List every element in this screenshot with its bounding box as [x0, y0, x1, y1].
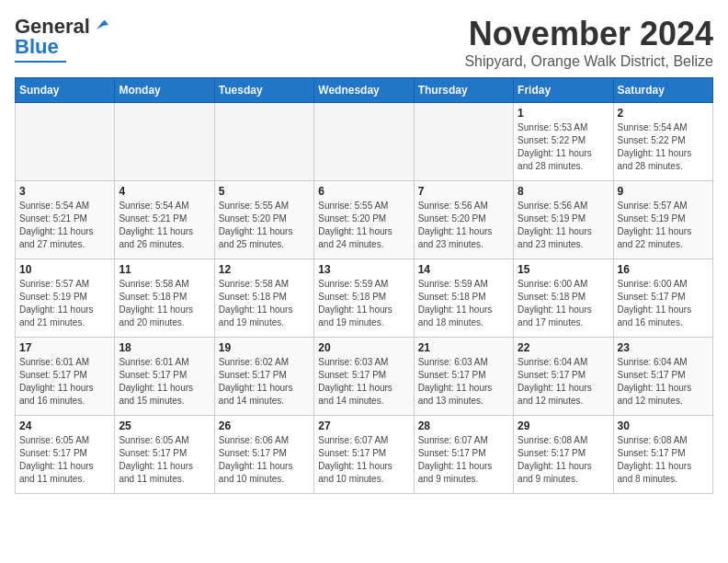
day-header-tuesday: Tuesday: [214, 78, 313, 103]
day-number: 2: [618, 107, 709, 120]
calendar: SundayMondayTuesdayWednesdayThursdayFrid…: [15, 77, 713, 494]
calendar-cell: 1Sunrise: 5:53 AMSunset: 5:22 PMDaylight…: [514, 103, 613, 181]
day-info: Sunrise: 6:03 AMSunset: 5:17 PMDaylight:…: [418, 356, 509, 408]
week-row: 3Sunrise: 5:54 AMSunset: 5:21 PMDaylight…: [16, 181, 713, 259]
logo-blue: Blue: [15, 35, 59, 59]
day-info: Sunrise: 5:56 AMSunset: 5:19 PMDaylight:…: [518, 200, 609, 251]
calendar-cell: 7Sunrise: 5:56 AMSunset: 5:20 PMDaylight…: [414, 181, 513, 259]
calendar-cell: 17Sunrise: 6:01 AMSunset: 5:17 PMDayligh…: [16, 338, 115, 416]
day-number: 16: [618, 263, 709, 276]
calendar-cell: 8Sunrise: 5:56 AMSunset: 5:19 PMDaylight…: [514, 181, 613, 259]
day-info: Sunrise: 6:06 AMSunset: 5:17 PMDaylight:…: [219, 434, 310, 486]
day-number: 18: [119, 341, 210, 354]
day-header-friday: Friday: [514, 78, 613, 103]
day-info: Sunrise: 6:07 AMSunset: 5:17 PMDaylight:…: [318, 434, 409, 486]
logo-underline: [15, 61, 66, 63]
day-info: Sunrise: 5:54 AMSunset: 5:22 PMDaylight:…: [618, 121, 709, 173]
day-info: Sunrise: 6:05 AMSunset: 5:17 PMDaylight:…: [119, 434, 210, 486]
day-number: 23: [618, 341, 709, 354]
calendar-cell: [214, 103, 313, 181]
day-number: 17: [19, 341, 110, 354]
calendar-cell: 22Sunrise: 6:04 AMSunset: 5:17 PMDayligh…: [514, 338, 613, 416]
svg-marker-0: [97, 21, 108, 29]
day-header-sunday: Sunday: [16, 78, 115, 103]
calendar-cell: [16, 103, 115, 181]
calendar-cell: 13Sunrise: 5:59 AMSunset: 5:18 PMDayligh…: [314, 259, 414, 338]
day-info: Sunrise: 6:08 AMSunset: 5:17 PMDaylight:…: [518, 434, 609, 486]
calendar-cell: 15Sunrise: 6:00 AMSunset: 5:18 PMDayligh…: [514, 259, 613, 338]
day-info: Sunrise: 6:08 AMSunset: 5:17 PMDaylight:…: [618, 434, 709, 486]
day-info: Sunrise: 6:01 AMSunset: 5:17 PMDaylight:…: [19, 356, 110, 408]
calendar-cell: 21Sunrise: 6:03 AMSunset: 5:17 PMDayligh…: [414, 338, 513, 416]
calendar-cell: 19Sunrise: 6:02 AMSunset: 5:17 PMDayligh…: [214, 338, 313, 416]
day-header-monday: Monday: [115, 78, 214, 103]
day-number: 19: [219, 341, 310, 354]
week-row: 1Sunrise: 5:53 AMSunset: 5:22 PMDaylight…: [16, 103, 713, 181]
header-row: SundayMondayTuesdayWednesdayThursdayFrid…: [16, 78, 713, 103]
calendar-header: SundayMondayTuesdayWednesdayThursdayFrid…: [16, 78, 713, 103]
day-header-thursday: Thursday: [414, 78, 513, 103]
day-number: 3: [19, 185, 110, 198]
day-info: Sunrise: 5:54 AMSunset: 5:21 PMDaylight:…: [119, 200, 210, 251]
day-number: 12: [219, 263, 310, 276]
calendar-cell: [314, 103, 414, 181]
day-info: Sunrise: 5:55 AMSunset: 5:20 PMDaylight:…: [318, 200, 409, 251]
day-info: Sunrise: 5:56 AMSunset: 5:20 PMDaylight:…: [418, 200, 509, 251]
day-number: 27: [318, 419, 409, 432]
calendar-cell: 10Sunrise: 5:57 AMSunset: 5:19 PMDayligh…: [16, 259, 115, 338]
calendar-cell: 20Sunrise: 6:03 AMSunset: 5:17 PMDayligh…: [314, 338, 414, 416]
day-number: 20: [318, 341, 409, 354]
title-section: November 2024 Shipyard, Orange Walk Dist…: [464, 15, 713, 70]
day-info: Sunrise: 6:03 AMSunset: 5:17 PMDaylight:…: [318, 356, 409, 408]
day-info: Sunrise: 6:00 AMSunset: 5:18 PMDaylight:…: [518, 278, 609, 329]
logo: General Blue: [15, 15, 108, 63]
calendar-cell: 26Sunrise: 6:06 AMSunset: 5:17 PMDayligh…: [214, 416, 313, 494]
day-number: 29: [518, 419, 609, 432]
calendar-cell: 27Sunrise: 6:07 AMSunset: 5:17 PMDayligh…: [314, 416, 414, 494]
calendar-cell: 18Sunrise: 6:01 AMSunset: 5:17 PMDayligh…: [115, 338, 214, 416]
day-number: 25: [119, 419, 210, 432]
day-number: 13: [318, 263, 409, 276]
calendar-cell: 16Sunrise: 6:00 AMSunset: 5:17 PMDayligh…: [613, 259, 712, 338]
calendar-cell: 25Sunrise: 6:05 AMSunset: 5:17 PMDayligh…: [115, 416, 214, 494]
day-info: Sunrise: 5:59 AMSunset: 5:18 PMDaylight:…: [318, 278, 409, 329]
calendar-cell: [414, 103, 513, 181]
day-number: 21: [418, 341, 509, 354]
day-info: Sunrise: 5:53 AMSunset: 5:22 PMDaylight:…: [518, 121, 609, 173]
day-info: Sunrise: 5:55 AMSunset: 5:20 PMDaylight:…: [219, 200, 310, 251]
day-number: 10: [19, 263, 110, 276]
calendar-cell: 24Sunrise: 6:05 AMSunset: 5:17 PMDayligh…: [16, 416, 115, 494]
day-number: 8: [518, 185, 609, 198]
calendar-cell: 14Sunrise: 5:59 AMSunset: 5:18 PMDayligh…: [414, 259, 513, 338]
calendar-cell: [115, 103, 214, 181]
day-number: 14: [418, 263, 509, 276]
day-info: Sunrise: 5:57 AMSunset: 5:19 PMDaylight:…: [618, 200, 709, 251]
day-info: Sunrise: 6:02 AMSunset: 5:17 PMDaylight:…: [219, 356, 310, 408]
day-header-wednesday: Wednesday: [314, 78, 414, 103]
day-info: Sunrise: 6:05 AMSunset: 5:17 PMDaylight:…: [19, 434, 110, 486]
day-number: 30: [618, 419, 709, 432]
day-info: Sunrise: 6:07 AMSunset: 5:17 PMDaylight:…: [418, 434, 509, 486]
day-info: Sunrise: 6:01 AMSunset: 5:17 PMDaylight:…: [119, 356, 210, 408]
day-number: 11: [119, 263, 210, 276]
day-info: Sunrise: 5:57 AMSunset: 5:19 PMDaylight:…: [19, 278, 110, 329]
day-number: 9: [618, 185, 709, 198]
day-info: Sunrise: 5:54 AMSunset: 5:21 PMDaylight:…: [19, 200, 110, 251]
week-row: 10Sunrise: 5:57 AMSunset: 5:19 PMDayligh…: [16, 259, 713, 338]
calendar-cell: 4Sunrise: 5:54 AMSunset: 5:21 PMDaylight…: [115, 181, 214, 259]
day-number: 15: [518, 263, 609, 276]
day-number: 7: [418, 185, 509, 198]
calendar-cell: 29Sunrise: 6:08 AMSunset: 5:17 PMDayligh…: [514, 416, 613, 494]
day-number: 5: [219, 185, 310, 198]
day-number: 4: [119, 185, 210, 198]
calendar-cell: 23Sunrise: 6:04 AMSunset: 5:17 PMDayligh…: [613, 338, 712, 416]
month-title: November 2024: [464, 15, 713, 53]
calendar-cell: 5Sunrise: 5:55 AMSunset: 5:20 PMDaylight…: [214, 181, 313, 259]
page-header: General Blue November 2024 Shipyard, Ora…: [15, 15, 713, 70]
logo-bird-icon: [92, 17, 108, 33]
calendar-cell: 3Sunrise: 5:54 AMSunset: 5:21 PMDaylight…: [16, 181, 115, 259]
calendar-cell: 30Sunrise: 6:08 AMSunset: 5:17 PMDayligh…: [613, 416, 712, 494]
day-number: 22: [518, 341, 609, 354]
week-row: 17Sunrise: 6:01 AMSunset: 5:17 PMDayligh…: [16, 338, 713, 416]
day-number: 24: [19, 419, 110, 432]
